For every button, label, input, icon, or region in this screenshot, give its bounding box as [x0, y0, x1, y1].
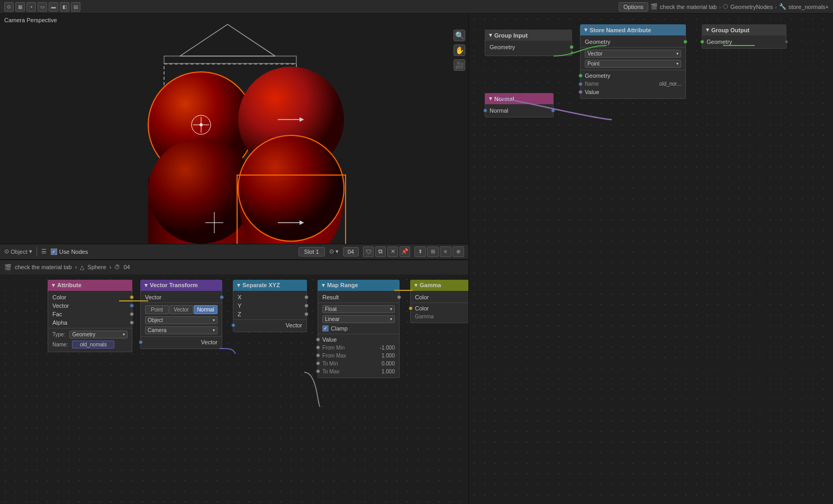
- sna-geo-in[interactable]: [578, 74, 583, 78]
- svg-point-21: [238, 135, 344, 241]
- attribute-type-dropdown[interactable]: Geometry ▾: [69, 331, 128, 338]
- icon-6[interactable]: ◧: [60, 2, 69, 12]
- search-icon[interactable]: 🔍: [454, 30, 465, 41]
- mr-float-row: Float ▾: [318, 304, 399, 314]
- vt-vector-out-socket[interactable]: [220, 295, 224, 299]
- right-toolbar-icon-3[interactable]: ≡: [440, 246, 451, 257]
- alpha-out-socket[interactable]: [130, 320, 134, 325]
- xyz-y-row: Y: [233, 301, 306, 310]
- attribute-fac-row: Fac: [48, 310, 132, 318]
- map-range-node: ▾ Map Range Result Float ▾: [318, 280, 400, 378]
- icon-5[interactable]: ▬: [49, 2, 58, 12]
- viewport-toolbar: ⊙ Object ▾ ☰ ✓ Use Nodes Slot 1 ⊙ ▾ 04 🛡…: [0, 244, 468, 260]
- xyz-z-out[interactable]: [304, 312, 309, 316]
- icon-3[interactable]: ▪: [26, 2, 36, 12]
- xyz-x-out[interactable]: [304, 295, 309, 299]
- viewport-svg: [0, 14, 468, 244]
- right-toolbar-icon-4[interactable]: ⊕: [452, 246, 464, 257]
- sna-name-row: Name old_nor...: [581, 80, 685, 88]
- vector-transform-header[interactable]: ▾ Vector Transform: [140, 280, 222, 291]
- render-icon[interactable]: ⊙ ▾: [329, 248, 339, 255]
- shield-icon[interactable]: 🛡: [363, 246, 374, 257]
- mr-to-min-in[interactable]: [316, 361, 320, 365]
- mode-selector[interactable]: ⊙ Object ▾: [4, 248, 32, 255]
- fac-out-socket[interactable]: [130, 312, 134, 316]
- attribute-node-body: Color Vector Fac Alpha: [48, 291, 132, 352]
- mr-result-out[interactable]: [397, 295, 401, 299]
- normal-out[interactable]: [551, 108, 555, 113]
- vector-btn[interactable]: Vector: [169, 305, 193, 314]
- mr-linear-dropdown[interactable]: Linear ▾: [322, 315, 395, 323]
- use-nodes-checkbox[interactable]: ✓ Use Nodes: [51, 249, 88, 255]
- breadcrumb-modifier[interactable]: 🔧 store_normals+: [779, 3, 829, 10]
- options-button[interactable]: Options: [619, 2, 648, 12]
- list-icon[interactable]: ☰: [41, 248, 47, 255]
- right-toolbar-icon-2[interactable]: ⊞: [427, 246, 439, 257]
- sna-geo-out[interactable]: [683, 40, 687, 44]
- shader-node-editor: ▾ Attribute Color Vector Fac: [0, 274, 468, 505]
- sna-name-in[interactable]: [578, 82, 583, 86]
- gamma-header[interactable]: ▾ Gamma: [410, 280, 468, 291]
- sna-vector-dropdown[interactable]: Vector ▾: [585, 50, 681, 58]
- group-input-header[interactable]: ▾ Group Input: [485, 30, 572, 41]
- sna-value-in[interactable]: [578, 90, 583, 94]
- vt-vector-in-socket[interactable]: [139, 340, 143, 344]
- mr-from-min-row: From Min -1.000: [318, 344, 399, 352]
- breadcrumb-nodes[interactable]: ⬡ GeometryNodes: [723, 3, 773, 10]
- icon-1[interactable]: ⊙: [4, 2, 14, 12]
- scene-breadcrumb: 🎬 check the material tab › △ Sphere › ⏱ …: [0, 260, 468, 274]
- go-geometry-in[interactable]: [700, 40, 704, 44]
- attribute-node-header[interactable]: ▾ Attribute: [48, 280, 132, 291]
- mesh-icon: △: [80, 264, 84, 271]
- map-range-header[interactable]: ▾ Map Range: [318, 280, 400, 291]
- right-toolbar-icon-1[interactable]: ⬆: [414, 246, 426, 257]
- breadcrumb-area: Options 🎬 check the material tab › ⬡ Geo…: [619, 2, 829, 12]
- breadcrumb-scene[interactable]: 🎬 check the material tab: [650, 3, 717, 10]
- separate-xyz-header[interactable]: ▾ Separate XYZ: [233, 280, 307, 291]
- vector-out-socket[interactable]: [130, 304, 134, 308]
- grab-icon[interactable]: ✋: [454, 44, 465, 56]
- normal-btn[interactable]: Normal: [194, 305, 218, 314]
- frame-display: 04: [343, 247, 359, 256]
- mr-to-max-in[interactable]: [316, 369, 320, 373]
- map-range-body: Result Float ▾ Linear ▾: [318, 291, 400, 378]
- clamp-checkbox[interactable]: ✓: [322, 325, 329, 332]
- mr-from-min-in[interactable]: [316, 345, 320, 350]
- mr-float-dropdown[interactable]: Float ▾: [322, 305, 395, 313]
- group-output-node: ▾ Group Output Geometry: [702, 24, 786, 49]
- attribute-node: ▾ Attribute Color Vector Fac: [48, 280, 132, 352]
- sna-vector-row: Vector ▾: [581, 49, 685, 59]
- normal-in[interactable]: [483, 108, 487, 113]
- store-named-attr-header[interactable]: ▾ Store Named Attribute: [580, 24, 686, 35]
- icon-4[interactable]: ▭: [38, 2, 47, 12]
- copy-icon[interactable]: ⧉: [375, 246, 386, 257]
- xyz-y-out[interactable]: [304, 304, 309, 308]
- xyz-vector-in[interactable]: [231, 323, 236, 327]
- sna-point-dropdown[interactable]: Point ▾: [585, 60, 681, 68]
- vt-camera-dropdown[interactable]: Camera ▾: [145, 326, 218, 334]
- icon-2[interactable]: ▦: [15, 2, 25, 12]
- gamma-color-in[interactable]: [409, 306, 413, 310]
- vt-object-dropdown[interactable]: Object ▾: [145, 316, 218, 324]
- scene-icon: 🎬: [4, 264, 12, 271]
- store-named-attr-body: Geometry Vector ▾ Point ▾: [580, 35, 686, 99]
- mr-from-max-in[interactable]: [316, 353, 320, 358]
- gi-extra-out[interactable]: [571, 51, 574, 54]
- x-icon[interactable]: ✕: [387, 246, 398, 257]
- pin-icon[interactable]: 📌: [400, 246, 410, 257]
- slot-selector[interactable]: Slot 1: [298, 247, 325, 256]
- vt-camera-row: Camera ▾: [141, 325, 222, 335]
- icon-7[interactable]: ▤: [71, 2, 80, 12]
- svg-rect-3: [164, 56, 296, 63]
- color-out-socket[interactable]: [130, 295, 134, 299]
- camera-perspective-label: Camera Perspective: [4, 17, 57, 23]
- gi-geometry-out[interactable]: [569, 45, 574, 49]
- attribute-name-input[interactable]: [72, 341, 114, 349]
- group-output-header[interactable]: ▾ Group Output: [702, 24, 786, 35]
- sna-point-row: Point ▾: [581, 59, 685, 69]
- point-btn[interactable]: Point: [145, 305, 169, 314]
- normal-header[interactable]: ▾ Normal: [485, 93, 554, 104]
- mr-value-in[interactable]: [316, 337, 320, 342]
- go-extra-out[interactable]: [785, 40, 788, 43]
- camera-icon[interactable]: 🎥: [454, 59, 465, 71]
